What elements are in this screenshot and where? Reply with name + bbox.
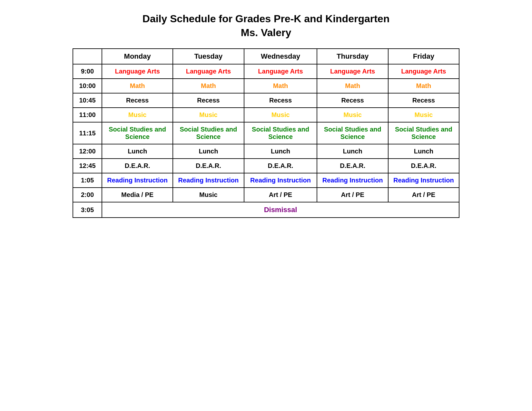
header-monday: Monday	[102, 49, 173, 64]
subject-cell: D.E.A.R.	[173, 159, 244, 173]
subject-cell: Lunch	[244, 144, 317, 159]
subject-cell: Media / PE	[102, 188, 173, 202]
subject-cell: Reading Instruction	[388, 173, 459, 188]
time-cell: 11:15	[73, 122, 102, 144]
subject-cell: D.E.A.R.	[244, 159, 317, 173]
time-cell: 3:05	[73, 202, 102, 218]
subject-cell: Reading Instruction	[244, 173, 317, 188]
header-time	[73, 49, 102, 64]
subject-cell: Math	[102, 79, 173, 93]
subject-cell: Art / PE	[317, 188, 388, 202]
time-cell: 12:45	[73, 159, 102, 173]
subject-cell: Language Arts	[244, 64, 317, 79]
page-title-line1: Daily Schedule for Grades Pre-K and Kind…	[143, 13, 389, 25]
subject-cell: D.E.A.R.	[317, 159, 388, 173]
table-row: 12:00LunchLunchLunchLunchLunch	[73, 144, 459, 159]
table-row: 12:45D.E.A.R.D.E.A.R.D.E.A.R.D.E.A.R.D.E…	[73, 159, 459, 173]
subject-cell: Language Arts	[102, 64, 173, 79]
subject-cell: Music	[388, 108, 459, 122]
subject-cell: Recess	[388, 93, 459, 108]
subject-cell: Recess	[244, 93, 317, 108]
table-row: 10:45RecessRecessRecessRecessRecess	[73, 93, 459, 108]
subject-cell: Music	[244, 108, 317, 122]
table-row: 11:15Social Studies and ScienceSocial St…	[73, 122, 459, 144]
schedule-table: Monday Tuesday Wednesday Thursday Friday…	[73, 48, 459, 218]
subject-cell: Language Arts	[388, 64, 459, 79]
subject-cell: D.E.A.R.	[102, 159, 173, 173]
subject-cell: Math	[173, 79, 244, 93]
subject-cell: Lunch	[173, 144, 244, 159]
subject-cell: Math	[388, 79, 459, 93]
subject-cell: Lunch	[388, 144, 459, 159]
subject-cell: Art / PE	[388, 188, 459, 202]
subject-cell: Lunch	[102, 144, 173, 159]
time-cell: 9:00	[73, 64, 102, 79]
subject-cell: Reading Instruction	[317, 173, 388, 188]
subject-cell: Music	[102, 108, 173, 122]
table-row: 9:00Language ArtsLanguage ArtsLanguage A…	[73, 64, 459, 79]
subject-cell: Recess	[173, 93, 244, 108]
subject-cell: Reading Instruction	[173, 173, 244, 188]
page-title-line2: Ms. Valery	[241, 27, 291, 39]
header-thursday: Thursday	[317, 49, 388, 64]
subject-cell: Math	[244, 79, 317, 93]
subject-cell: Social Studies and Science	[388, 122, 459, 144]
table-row: 3:05Dismissal	[73, 202, 459, 218]
dismissal-cell: Dismissal	[102, 202, 459, 218]
time-cell: 1:05	[73, 173, 102, 188]
subject-cell: D.E.A.R.	[388, 159, 459, 173]
subject-cell: Language Arts	[317, 64, 388, 79]
subject-cell: Music	[173, 188, 244, 202]
table-row: 11:00MusicMusicMusicMusicMusic	[73, 108, 459, 122]
subject-cell: Music	[173, 108, 244, 122]
subject-cell: Social Studies and Science	[173, 122, 244, 144]
subject-cell: Reading Instruction	[102, 173, 173, 188]
subject-cell: Language Arts	[173, 64, 244, 79]
subject-cell: Recess	[317, 93, 388, 108]
header-row: Monday Tuesday Wednesday Thursday Friday	[73, 49, 459, 64]
subject-cell: Social Studies and Science	[317, 122, 388, 144]
header-friday: Friday	[388, 49, 459, 64]
time-cell: 12:00	[73, 144, 102, 159]
table-row: 2:00Media / PEMusicArt / PEArt / PEArt /…	[73, 188, 459, 202]
subject-cell: Music	[317, 108, 388, 122]
time-cell: 10:45	[73, 93, 102, 108]
header-tuesday: Tuesday	[173, 49, 244, 64]
subject-cell: Social Studies and Science	[102, 122, 173, 144]
time-cell: 10:00	[73, 79, 102, 93]
time-cell: 11:00	[73, 108, 102, 122]
page-container: Daily Schedule for Grades Pre-K and Kind…	[73, 13, 459, 218]
subject-cell: Social Studies and Science	[244, 122, 317, 144]
header-wednesday: Wednesday	[244, 49, 317, 64]
subject-cell: Art / PE	[244, 188, 317, 202]
time-cell: 2:00	[73, 188, 102, 202]
subject-cell: Recess	[102, 93, 173, 108]
subject-cell: Lunch	[317, 144, 388, 159]
table-row: 1:05Reading InstructionReading Instructi…	[73, 173, 459, 188]
subject-cell: Math	[317, 79, 388, 93]
table-row: 10:00MathMathMathMathMath	[73, 79, 459, 93]
